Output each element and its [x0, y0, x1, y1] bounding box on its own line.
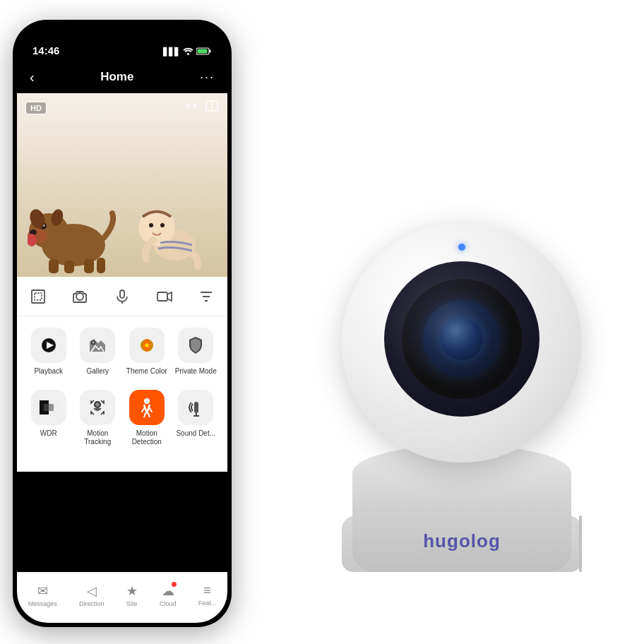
menu-item-sound[interactable]: Sound Det... [172, 390, 220, 446]
messages-icon: ✉ [37, 584, 48, 598]
svg-point-35 [145, 343, 149, 347]
camera-lens-ring1 [402, 279, 522, 399]
menu-item-playback[interactable]: Playback [25, 328, 73, 376]
phone-screen: 14:46 ▋▋▋ [17, 24, 227, 623]
camera-lens-ring2 [423, 300, 501, 378]
app-title: Home [100, 70, 133, 84]
direction-icon: ◁ [87, 584, 97, 598]
app-bar: ‹ Home ··· [17, 61, 227, 93]
nav-features-label: Feat... [198, 600, 217, 607]
camera-lens-center [441, 318, 483, 360]
playback-label: Playback [34, 367, 63, 376]
filter-button[interactable] [198, 288, 215, 305]
svg-rect-28 [120, 290, 124, 298]
status-time: 14:46 [32, 44, 59, 56]
svg-point-41 [144, 398, 150, 404]
layout-icon[interactable] [205, 99, 219, 117]
private-icon-wrap [178, 328, 213, 363]
back-button[interactable]: ‹ [30, 69, 35, 85]
nav-direction-label: Direction [79, 600, 105, 607]
wifi-icon [183, 47, 193, 56]
menu-button[interactable]: ··· [200, 70, 215, 85]
nav-features[interactable]: ≡ Feat... [198, 583, 217, 607]
theme-icon-wrap [129, 328, 165, 363]
menu-item-private[interactable]: Private Mode [172, 328, 220, 376]
camera-logo: hugolog [423, 530, 501, 552]
svg-rect-38 [44, 404, 54, 411]
video-area: HD [17, 93, 227, 277]
nav-messages[interactable]: ✉ Messages [28, 583, 57, 607]
nav-direction[interactable]: ◁ Direction [79, 583, 105, 607]
video-icons [184, 99, 219, 117]
mic-button[interactable] [114, 288, 131, 305]
crop-button[interactable] [30, 288, 47, 305]
menu-row-2: WDR [24, 390, 220, 446]
sound-icon-wrap [178, 390, 213, 425]
menu-item-wdr[interactable]: WDR [25, 390, 73, 446]
camera-base [352, 445, 571, 572]
cloud-notification-dot [172, 582, 177, 587]
svg-point-40 [95, 402, 100, 407]
menu-item-theme[interactable]: Theme Color [123, 328, 171, 376]
motion-detection-label: Motion Detection [123, 429, 171, 446]
camera-cord [579, 515, 582, 572]
baby-figure [136, 185, 206, 277]
svg-point-33 [92, 341, 95, 345]
camera-lens-area [384, 261, 539, 417]
svg-point-0 [187, 53, 189, 55]
svg-rect-26 [35, 293, 42, 300]
camera-body [342, 222, 582, 463]
svg-rect-25 [32, 290, 44, 303]
snapshot-button[interactable] [71, 288, 88, 305]
menu-item-gallery[interactable]: Gallery [73, 328, 121, 376]
dog-figure [28, 192, 126, 277]
svg-rect-2 [210, 50, 211, 53]
svg-rect-19 [97, 258, 105, 273]
controls-row [17, 277, 227, 316]
playback-icon-wrap [31, 328, 66, 363]
motion-tracking-icon-wrap [80, 390, 115, 425]
svg-rect-17 [64, 261, 74, 273]
menu-item-motion-detection[interactable]: Motion Detection [123, 390, 171, 446]
video-controls-top: HD [25, 99, 219, 117]
theme-label: Theme Color [126, 367, 167, 376]
svg-rect-18 [84, 259, 94, 273]
gallery-icon-wrap [80, 328, 115, 363]
svg-point-23 [149, 223, 153, 227]
svg-point-24 [160, 223, 165, 227]
wdr-label: WDR [40, 429, 57, 438]
menu-grid: Playback Gallery [17, 316, 227, 472]
video-feed [17, 93, 227, 277]
features-icon: ≡ [203, 583, 211, 597]
scene: 14:46 ▋▋▋ [0, 0, 644, 644]
dynamic-island [83, 34, 161, 55]
wdr-icon-wrap [31, 390, 66, 425]
battery-icon [196, 47, 212, 56]
svg-rect-42 [194, 402, 198, 413]
status-icons: ▋▋▋ [163, 47, 212, 56]
mute-icon[interactable] [184, 99, 198, 117]
record-button[interactable] [156, 288, 173, 305]
site-icon: ★ [126, 584, 138, 598]
menu-item-motion-tracking[interactable]: Motion Tracking [73, 390, 121, 446]
svg-point-27 [76, 293, 83, 300]
svg-rect-16 [49, 259, 59, 273]
sound-label: Sound Det... [176, 429, 215, 438]
nav-site[interactable]: ★ Site [126, 583, 138, 607]
phone: 14:46 ▋▋▋ [13, 20, 232, 627]
camera-led [458, 244, 465, 251]
signal-icon: ▋▋▋ [163, 47, 180, 56]
gallery-label: Gallery [86, 367, 109, 376]
camera: hugolog [299, 42, 624, 572]
svg-rect-30 [157, 292, 167, 301]
motion-detection-icon-wrap [129, 390, 165, 425]
hd-badge[interactable]: HD [25, 102, 47, 114]
nav-messages-label: Messages [28, 600, 57, 607]
nav-site-label: Site [126, 600, 138, 607]
menu-row-1: Playback Gallery [24, 328, 220, 376]
motion-tracking-label: Motion Tracking [73, 429, 121, 446]
private-label: Private Mode [175, 367, 217, 376]
bottom-nav: ✉ Messages ◁ Direction ★ Site [17, 572, 227, 623]
nav-cloud[interactable]: ☁ Cloud [160, 583, 177, 607]
svg-rect-3 [198, 49, 208, 54]
